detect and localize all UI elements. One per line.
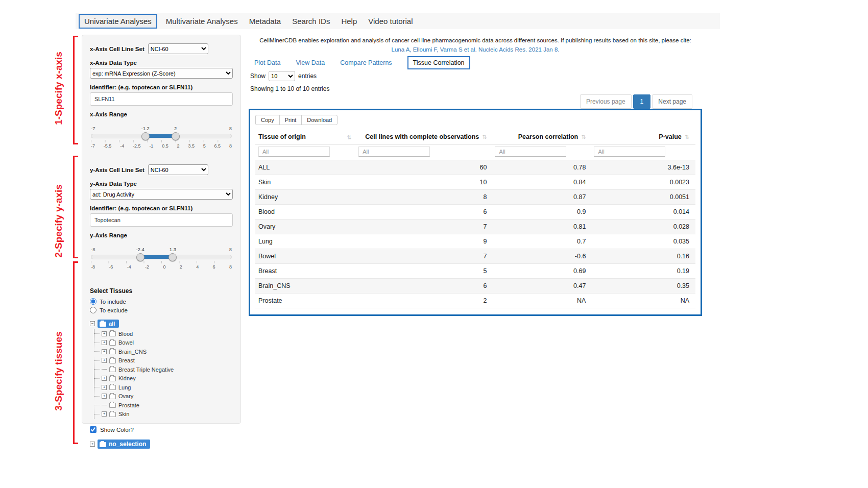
tissue-cell: Brain_CNS — [255, 279, 356, 294]
folder-icon — [109, 349, 116, 354]
previous-page-button[interactable]: Previous page — [580, 94, 632, 109]
tree-node-all[interactable]: all — [98, 320, 119, 328]
slider-high-handle[interactable] — [168, 253, 177, 261]
tree-node-no-selection[interactable]: no_selection — [98, 440, 150, 449]
expand-icon[interactable]: + — [102, 376, 107, 381]
tree-node-lung[interactable]: +Lung — [102, 383, 233, 392]
show-color-row[interactable]: Show Color? — [90, 426, 233, 433]
tab-view-data[interactable]: View Data — [296, 59, 325, 66]
y-data-type-select[interactable]: act: Drug Activity — [90, 189, 233, 200]
slider-track[interactable] — [91, 255, 232, 259]
download-button[interactable]: Download — [301, 115, 337, 125]
tree-node-prostate[interactable]: Prostate — [102, 401, 233, 410]
range-high-value: 1.3 — [170, 247, 176, 252]
pearson-cell: NA — [493, 294, 592, 308]
tree-node-bowel[interactable]: +Bowel — [102, 338, 233, 348]
column-header-pearson-correlation[interactable]: Pearson correlation⇅ — [493, 130, 592, 144]
slider-high-handle[interactable] — [172, 132, 180, 140]
expand-icon[interactable]: + — [102, 349, 107, 354]
expand-icon[interactable]: + — [102, 411, 107, 417]
table-row-brain-cns[interactable]: Brain_CNS60.470.35 — [255, 279, 695, 294]
sort-icon[interactable]: ⇅ — [581, 134, 586, 140]
copy-button[interactable]: Copy — [255, 115, 280, 125]
tree-node-skin[interactable]: +Skin — [102, 410, 233, 419]
show-color-checkbox[interactable] — [90, 426, 97, 433]
expand-icon[interactable]: + — [102, 358, 107, 363]
expand-icon[interactable]: + — [102, 394, 107, 399]
sort-icon[interactable]: ⇅ — [685, 134, 689, 140]
tree-node-kidney[interactable]: +Kidney — [102, 374, 233, 383]
citation-link[interactable]: Luna A, Elloumi F, Varma S et al. Nuclei… — [249, 46, 702, 53]
table-row-all[interactable]: ALL600.783.6e-13 — [255, 160, 695, 175]
tab-tissue-correlation[interactable]: Tissue Correlation — [407, 56, 470, 69]
table-row-prostate[interactable]: Prostate2NANA — [255, 294, 695, 308]
tree-node-breast-triple-negative[interactable]: Breast Triple Negative — [102, 365, 233, 374]
tab-plot-data[interactable]: Plot Data — [254, 59, 280, 66]
nav-tab-metadata[interactable]: Metadata — [244, 17, 287, 26]
exclude-option[interactable]: To exclude — [90, 307, 233, 313]
table-row-skin[interactable]: Skin100.840.0023 — [255, 175, 695, 190]
table-row-ovary[interactable]: Ovary70.810.028 — [255, 219, 695, 234]
tree-node-ovary[interactable]: +Ovary — [102, 392, 233, 401]
column-header-p-value[interactable]: P-value⇅ — [592, 130, 695, 144]
pvalue-cell: 0.19 — [592, 264, 695, 279]
expand-icon[interactable]: + — [102, 340, 107, 345]
column-header-cell-lines-with-complete-observations[interactable]: Cell lines with complete observations⇅ — [356, 130, 493, 144]
filter-input-cell-lines-with-complete-observations[interactable] — [358, 147, 430, 157]
nav-tab-univariate-analyses[interactable]: Univariate Analyses — [79, 14, 157, 29]
cell-lines-cell: 7 — [356, 219, 493, 234]
slider-low-handle[interactable] — [141, 132, 150, 140]
x-range-slider[interactable]: -78-1.22-7-5.5-4-2.5-10.523.556.58 — [91, 126, 232, 152]
expand-icon[interactable]: + — [102, 385, 107, 390]
tree-node-label: Breast — [118, 357, 135, 363]
pearson-cell: 0.7 — [493, 234, 592, 249]
include-label: To include — [100, 299, 126, 305]
exclude-radio[interactable] — [90, 307, 97, 313]
pearson-cell: 0.69 — [493, 264, 592, 279]
nav-tab-video-tutorial[interactable]: Video tutorial — [363, 17, 418, 26]
y-identifier-input[interactable] — [90, 213, 233, 227]
x-data-type-select[interactable]: exp: mRNA Expression (Z-Score) — [90, 68, 233, 79]
tissue-cell: Breast — [255, 264, 356, 279]
table-row-breast[interactable]: Breast50.690.19 — [255, 264, 695, 279]
folder-icon — [109, 367, 116, 372]
x-cell-line-set-select[interactable]: NCI-60 — [148, 43, 208, 54]
table-row-bowel[interactable]: Bowel7-0.60.16 — [255, 249, 695, 264]
collapse-icon[interactable]: − — [90, 321, 95, 326]
slider-low-handle[interactable] — [136, 253, 144, 261]
tab-compare-patterns[interactable]: Compare Patterns — [340, 59, 392, 66]
filter-input-p-value[interactable] — [594, 147, 665, 157]
page-1-button[interactable]: 1 — [633, 94, 651, 109]
tree-node-breast[interactable]: +Breast — [102, 356, 233, 365]
filter-input-tissue-of-origin[interactable] — [258, 147, 330, 157]
nav-tab-search-ids[interactable]: Search IDs — [286, 17, 335, 26]
sidebar-panel: x-Axis Cell Line Set NCI-60 x-Axis Data … — [82, 35, 241, 424]
tree-node-label: Lung — [118, 384, 131, 391]
sort-icon[interactable]: ⇅ — [482, 134, 487, 140]
column-header-tissue-of-origin[interactable]: Tissue of origin⇅ — [255, 130, 356, 144]
next-page-button[interactable]: Next page — [652, 94, 692, 109]
table-row-kidney[interactable]: Kidney80.870.0051 — [255, 190, 695, 205]
y-range-slider[interactable]: -88-2.41.3-8-6-4-202468 — [91, 247, 232, 273]
folder-icon — [109, 394, 116, 399]
x-identifier-input[interactable] — [90, 92, 233, 106]
slider-track[interactable] — [91, 134, 232, 138]
include-option[interactable]: To include — [90, 298, 233, 305]
expand-icon[interactable]: + — [90, 442, 95, 447]
expand-icon[interactable]: + — [102, 331, 107, 336]
annotation-specify-tissues: 3-Specify tissues — [53, 325, 64, 417]
tree-node-blood[interactable]: +Blood — [102, 329, 233, 338]
sort-icon[interactable]: ⇅ — [347, 134, 351, 141]
table-row-lung[interactable]: Lung90.70.035 — [255, 234, 695, 249]
tree-node-brain-cns[interactable]: +Brain_CNS — [102, 347, 233, 356]
y-cell-line-set-select[interactable]: NCI-60 — [148, 164, 208, 175]
nav-tab-multivariate-analyses[interactable]: Multivariate Analyses — [160, 17, 244, 26]
include-radio[interactable] — [90, 298, 97, 305]
nav-tab-help[interactable]: Help — [335, 17, 363, 26]
pvalue-cell: 3.6e-13 — [592, 160, 695, 175]
filter-input-pearson-correlation[interactable] — [495, 147, 566, 157]
cell-lines-cell: 9 — [356, 234, 493, 249]
print-button[interactable]: Print — [279, 115, 302, 125]
table-row-blood[interactable]: Blood60.90.014 — [255, 205, 695, 219]
entries-select[interactable]: 10 — [269, 71, 295, 81]
